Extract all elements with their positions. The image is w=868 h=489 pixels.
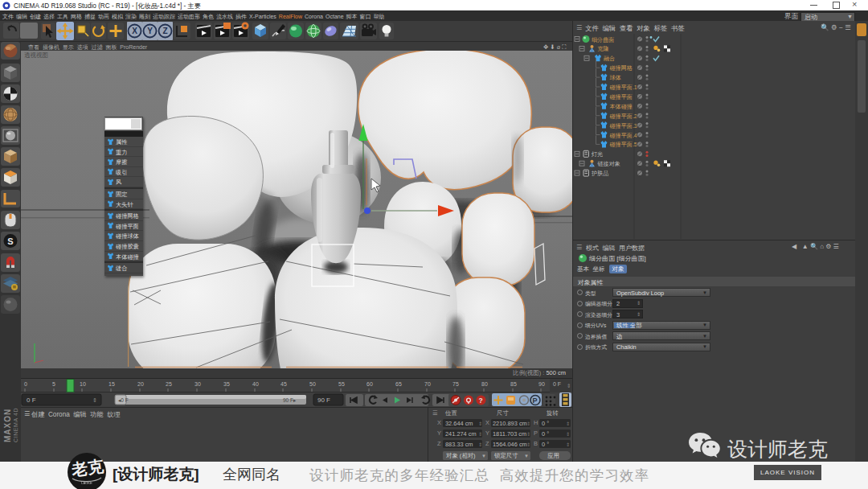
svg-text:灯光: 灯光 [592, 151, 603, 158]
svg-text:90 F▸: 90 F▸ [283, 397, 297, 403]
svg-text:90: 90 [538, 381, 545, 387]
svg-text:⇕: ⇕ [566, 421, 570, 426]
svg-text:35: 35 [223, 381, 230, 387]
svg-text:10: 10 [80, 381, 86, 387]
svg-text:⇕: ⇕ [478, 421, 482, 426]
svg-text:融合: 融合 [604, 55, 615, 62]
svg-text:50: 50 [309, 381, 316, 387]
svg-text:碰撞平面.3: 碰撞平面.3 [610, 122, 637, 129]
svg-text:透视视图: 透视视图 [24, 51, 48, 59]
svg-text:设计师老克: 设计师老克 [727, 438, 828, 460]
svg-text:护肤品: 护肤品 [591, 170, 608, 177]
svg-text:H: H [534, 419, 538, 426]
svg-text:0 °: 0 ° [542, 420, 549, 427]
svg-text:1811.703 cm: 1811.703 cm [493, 430, 526, 438]
svg-text:Z: Z [162, 27, 167, 35]
svg-text:锁定尺寸: 锁定尺寸 [493, 452, 518, 459]
svg-text:0 F: 0 F [27, 397, 36, 404]
svg-text:LAOKE: LAOKE [81, 481, 92, 485]
svg-text:80: 80 [481, 381, 488, 387]
svg-text:90 F: 90 F [317, 397, 330, 404]
svg-text:⇕: ⇕ [478, 442, 482, 447]
svg-text:Y: Y [437, 429, 441, 437]
svg-text:▼: ▼ [524, 454, 529, 458]
svg-text:70: 70 [424, 381, 431, 387]
svg-text:⇕: ⇕ [567, 383, 571, 388]
svg-text:241.274 cm: 241.274 cm [445, 430, 477, 438]
svg-text:45: 45 [280, 381, 287, 387]
svg-text:X: X [132, 27, 137, 35]
svg-text:尺寸: 尺寸 [497, 409, 509, 417]
svg-text:碰撞平面.2: 碰撞平面.2 [610, 113, 637, 120]
svg-text:⇕: ⇕ [566, 442, 570, 447]
svg-text:碰撞平面.4: 碰撞平面.4 [610, 132, 637, 139]
svg-text:Z: Z [485, 440, 489, 447]
svg-text:☰: ☰ [432, 409, 438, 417]
svg-text:40: 40 [252, 381, 259, 387]
svg-text:链接对象: 链接对象 [597, 161, 620, 167]
svg-text:⇕: ⇕ [526, 432, 530, 437]
svg-text:?: ? [479, 397, 483, 405]
svg-text:碰撞网格: 碰撞网格 [610, 64, 633, 72]
svg-text:⇕: ⇕ [566, 432, 570, 437]
svg-text:X: X [485, 419, 489, 426]
svg-text:Z: Z [437, 440, 441, 447]
svg-text:碰撞平面: 碰撞平面 [610, 93, 633, 101]
svg-text:1564.046 cm: 1564.046 cm [493, 441, 527, 448]
svg-text:CINEMA 4D: CINEMA 4D [13, 408, 18, 442]
svg-text:2210.893 cm: 2210.893 cm [493, 420, 527, 427]
svg-text:P: P [534, 429, 538, 437]
svg-text:55: 55 [338, 381, 345, 387]
svg-text:20: 20 [137, 381, 144, 387]
svg-text:15: 15 [108, 381, 115, 387]
svg-text:对象 (相对): 对象 (相对) [446, 452, 476, 459]
svg-text:MAXON: MAXON [3, 409, 12, 442]
svg-text:65: 65 [395, 381, 402, 387]
svg-text:0 °: 0 ° [542, 430, 549, 438]
svg-text:应用: 应用 [547, 452, 559, 459]
svg-text:▼: ▼ [481, 454, 486, 458]
svg-text:碰撞平面.1: 碰撞平面.1 [610, 84, 637, 91]
svg-text:S: S [7, 236, 13, 246]
svg-text:克隆: 克隆 [598, 45, 609, 52]
svg-text:5: 5 [52, 381, 55, 387]
svg-text:32.644 cm: 32.644 cm [445, 420, 473, 427]
svg-text:883.33 cm: 883.33 cm [445, 441, 473, 448]
svg-text:⇕: ⇕ [92, 397, 97, 403]
svg-text:本体碰撞: 本体碰撞 [610, 103, 633, 110]
svg-text:细分曲面: 细分曲面 [592, 36, 614, 43]
svg-text:⇕: ⇕ [526, 442, 530, 447]
svg-text:X: X [437, 419, 441, 426]
svg-text:B: B [534, 440, 538, 447]
svg-text:旋转: 旋转 [547, 409, 559, 417]
svg-text:P: P [533, 397, 538, 405]
svg-text:25: 25 [166, 381, 172, 387]
svg-text:60: 60 [366, 381, 373, 387]
svg-text:Y: Y [147, 27, 153, 35]
svg-text:30: 30 [194, 381, 201, 387]
svg-text:◂0 F: ◂0 F [118, 397, 129, 403]
svg-text:碰撞平面.5: 碰撞平面.5 [610, 141, 637, 148]
svg-text:球体: 球体 [610, 75, 621, 81]
svg-text:0 °: 0 ° [542, 441, 549, 448]
svg-text:⇕: ⇕ [478, 432, 482, 437]
svg-text:Y: Y [485, 429, 489, 437]
svg-text:0: 0 [24, 381, 27, 387]
svg-text:位置: 位置 [445, 409, 457, 417]
svg-text:0 F: 0 F [553, 381, 561, 387]
svg-text:85: 85 [510, 381, 517, 387]
svg-text:75: 75 [452, 381, 459, 387]
svg-text:⇕: ⇕ [526, 421, 530, 426]
